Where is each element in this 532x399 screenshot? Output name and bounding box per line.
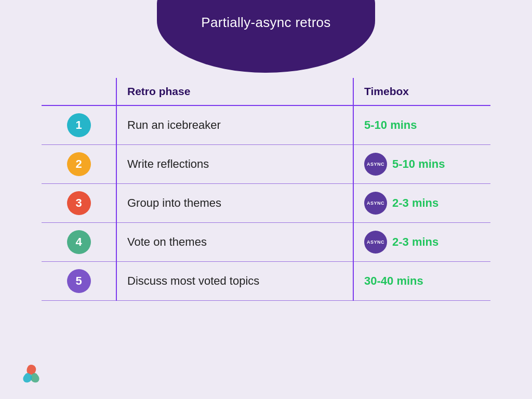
- timebox-value: 2-3 mins: [392, 235, 438, 249]
- retro-table: Retro phase Timebox 1Run an icebreaker5-…: [42, 78, 490, 301]
- number-badge: 2: [67, 152, 91, 176]
- decorative-blob: [157, 0, 375, 73]
- number-badge: 5: [67, 269, 91, 293]
- row-timebox-cell: ASYNC2-3 mins: [353, 184, 490, 223]
- table-row: 4Vote on themesASYNC2-3 mins: [42, 223, 490, 262]
- col-header-timebox: Timebox: [353, 78, 490, 105]
- timebox-value: 5-10 mins: [392, 157, 445, 171]
- row-phase-cell: Discuss most voted topics: [116, 262, 353, 301]
- row-phase-cell: Run an icebreaker: [116, 105, 353, 145]
- row-timebox-cell: ASYNC5-10 mins: [353, 145, 490, 184]
- row-number-cell: 5: [42, 262, 116, 301]
- row-number-cell: 4: [42, 223, 116, 262]
- row-phase-cell: Write reflections: [116, 145, 353, 184]
- row-number-cell: 2: [42, 145, 116, 184]
- logo: [19, 362, 44, 387]
- page-title: Partially-async retros: [201, 15, 330, 31]
- async-badge: ASYNC: [364, 231, 387, 254]
- row-timebox-cell: 5-10 mins: [353, 105, 490, 145]
- table-row: 2Write reflectionsASYNC5-10 mins: [42, 145, 490, 184]
- row-number-cell: 1: [42, 105, 116, 145]
- row-timebox-cell: ASYNC2-3 mins: [353, 223, 490, 262]
- timebox-async-wrap: ASYNC2-3 mins: [364, 192, 480, 215]
- number-badge: 4: [67, 230, 91, 254]
- async-badge: ASYNC: [364, 153, 387, 176]
- row-phase-cell: Vote on themes: [116, 223, 353, 262]
- table-row: 5Discuss most voted topics30-40 mins: [42, 262, 490, 301]
- main-content: Retro phase Timebox 1Run an icebreaker5-…: [42, 78, 490, 301]
- row-timebox-cell: 30-40 mins: [353, 262, 490, 301]
- timebox-value: 2-3 mins: [392, 196, 438, 210]
- number-badge: 3: [67, 191, 91, 215]
- async-badge: ASYNC: [364, 192, 387, 215]
- col-header-number: [42, 78, 116, 105]
- timebox-async-wrap: ASYNC5-10 mins: [364, 153, 480, 176]
- row-number-cell: 3: [42, 184, 116, 223]
- row-phase-cell: Group into themes: [116, 184, 353, 223]
- table-row: 3Group into themesASYNC2-3 mins: [42, 184, 490, 223]
- number-badge: 1: [67, 113, 91, 137]
- col-header-phase: Retro phase: [116, 78, 353, 105]
- timebox-async-wrap: ASYNC2-3 mins: [364, 231, 480, 254]
- table-row: 1Run an icebreaker5-10 mins: [42, 105, 490, 145]
